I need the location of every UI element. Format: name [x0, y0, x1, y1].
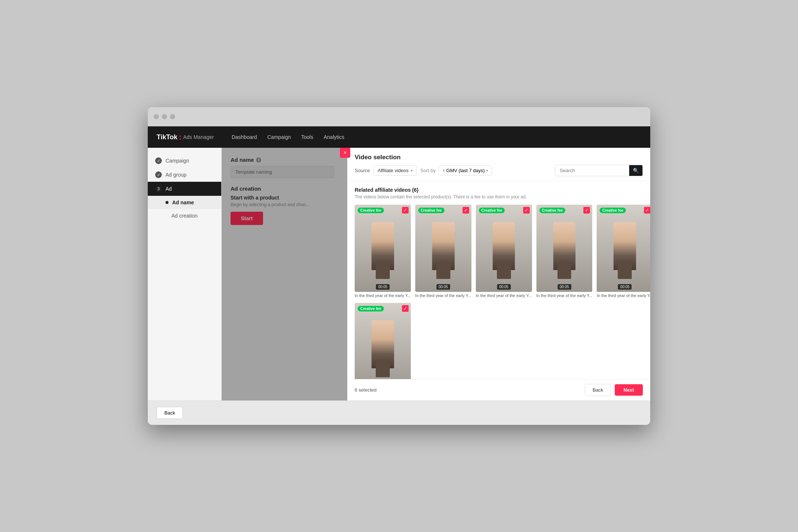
- creative-fee-badge-3: Creative fee: [479, 208, 505, 213]
- video-checkbox-2[interactable]: ✓: [463, 207, 469, 214]
- modal-back-button[interactable]: Back: [585, 384, 611, 396]
- chevron-down-icon: ▾: [411, 168, 413, 173]
- modal-footer: 6 selected Back Next: [347, 379, 650, 400]
- video-thumb-5: Creative fee ✓ 00:05: [597, 205, 650, 292]
- video-card-3[interactable]: Creative fee ✓ 00:05 In the third year o…: [476, 205, 532, 298]
- nav-analytics[interactable]: Analytics: [324, 133, 344, 141]
- sidebar-item-adname[interactable]: Ad name: [148, 196, 221, 209]
- logo-sub: Ads Manager: [183, 134, 214, 140]
- video-card-1[interactable]: Creative fee ✓ 00:05 In the third year o…: [355, 205, 411, 298]
- modal-title: Video selection: [355, 154, 643, 161]
- browser-minimize-btn[interactable]: [162, 114, 167, 119]
- video-checkbox-5[interactable]: ✓: [644, 207, 650, 214]
- adgroup-check-icon: ✓: [155, 171, 162, 178]
- nav-links: Dashboard Campaign Tools Analytics: [232, 133, 344, 141]
- modal-close-button[interactable]: ×: [340, 148, 350, 158]
- sidebar-item-campaign[interactable]: ✓ Campaign: [148, 154, 221, 168]
- bottom-nav: Back: [148, 400, 650, 425]
- creative-fee-badge-6: Creative fee: [358, 306, 384, 311]
- logo: TikTok: Ads Manager: [157, 132, 214, 142]
- sort-label: Sort by: [420, 168, 436, 173]
- modal-next-button[interactable]: Next: [615, 384, 643, 396]
- sidebar-campaign-label: Campaign: [166, 158, 189, 164]
- content-area: Ad name i Template naming Ad creation St…: [222, 148, 650, 400]
- video-checkbox-3[interactable]: ✓: [523, 207, 530, 214]
- source-dropdown[interactable]: Affiliate videos ▾: [374, 166, 417, 175]
- adname-dot-icon: [166, 201, 168, 204]
- browser-close-btn[interactable]: [154, 114, 159, 119]
- nav-tools[interactable]: Tools: [301, 133, 313, 141]
- source-row: Source Affiliate videos ▾ Sort by ↑ GMV …: [355, 166, 492, 175]
- video-thumb-4: Creative fee ✓ 00:05: [536, 205, 593, 292]
- video-duration-3: 00:05: [497, 284, 511, 290]
- search-box: 🔍: [555, 165, 643, 176]
- video-card-6[interactable]: Creative fee ✓ 00:05 In the third year o…: [355, 303, 411, 379]
- search-input[interactable]: [555, 166, 629, 175]
- creative-fee-badge-2: Creative fee: [418, 208, 444, 213]
- creative-fee-badge-5: Creative fee: [600, 208, 626, 213]
- browser-maximize-btn[interactable]: [170, 114, 175, 119]
- video-card-4[interactable]: Creative fee ✓ 00:05 In the third year o…: [536, 205, 593, 298]
- video-caption-5: In the third year of the early Y...: [597, 293, 650, 298]
- video-selection-modal: × Video selection Source Affiliate video…: [347, 148, 650, 400]
- sort-chevron-icon: ▾: [486, 168, 488, 173]
- video-duration-4: 00:05: [557, 284, 571, 290]
- sidebar-item-ad[interactable]: 3 Ad: [148, 182, 221, 196]
- sort-dropdown[interactable]: ↑ GMV (last 7 days) ▾: [439, 166, 492, 175]
- nav-campaign[interactable]: Campaign: [267, 133, 291, 141]
- back-nav-button[interactable]: Back: [157, 407, 183, 419]
- video-duration-1: 00:05: [376, 284, 389, 290]
- source-label: Source: [355, 168, 370, 173]
- video-checkbox-1[interactable]: ✓: [402, 207, 409, 214]
- video-card-2[interactable]: Creative fee ✓ 00:05 In the third year o…: [415, 205, 471, 298]
- sidebar-item-adcreation[interactable]: Ad creation: [148, 209, 221, 222]
- video-caption-3: In the third year of the early Y...: [476, 293, 532, 298]
- sidebar-adcreation-label: Ad creation: [166, 213, 198, 219]
- sidebar-ad-label: Ad: [166, 186, 172, 192]
- browser-chrome: [148, 107, 650, 126]
- ad-number-icon: 3: [155, 185, 162, 192]
- video-thumb-6: Creative fee ✓ 00:05: [355, 303, 411, 379]
- sidebar-adgroup-label: Ad group: [166, 172, 187, 178]
- main-layout: ✓ Campaign ✓ Ad group 3 Ad Ad name Ad cr…: [148, 148, 650, 400]
- related-videos-desc: The videos below contain the selected pr…: [355, 194, 643, 200]
- sort-value: ↑ GMV (last 7 days): [443, 168, 485, 173]
- video-caption-4: In the third year of the early Y...: [536, 293, 593, 298]
- modal-body: Related affiliate videos (6) The videos …: [347, 181, 650, 379]
- video-thumb-3: Creative fee ✓ 00:05: [476, 205, 532, 292]
- modal-header: Video selection Source Affiliate videos …: [347, 148, 650, 181]
- modal-toolbar: Source Affiliate videos ▾ Sort by ↑ GMV …: [355, 165, 643, 176]
- logo-tiktok: TikTok: [157, 133, 177, 141]
- sort-row: Sort by ↑ GMV (last 7 days) ▾: [420, 166, 492, 175]
- video-duration-2: 00:05: [436, 284, 450, 290]
- video-duration-5: 00:05: [618, 284, 632, 290]
- selected-count: 6 selected: [355, 387, 376, 393]
- campaign-check-icon: ✓: [155, 157, 162, 164]
- search-button[interactable]: 🔍: [629, 165, 642, 176]
- footer-actions: Back Next: [585, 384, 643, 396]
- creative-fee-badge-4: Creative fee: [539, 208, 566, 213]
- sidebar-adname-label: Ad name: [172, 200, 194, 205]
- video-grid-row1: Creative fee ✓ 00:05 In the third year o…: [355, 205, 643, 298]
- logo-colon: :: [179, 132, 181, 142]
- browser-window: TikTok: Ads Manager Dashboard Campaign T…: [148, 107, 650, 425]
- video-checkbox-6[interactable]: ✓: [402, 305, 409, 312]
- video-thumb-2: Creative fee ✓ 00:05: [415, 205, 471, 292]
- creative-fee-badge-1: Creative fee: [358, 208, 384, 213]
- nav-dashboard[interactable]: Dashboard: [232, 133, 257, 141]
- video-grid-row2: Creative fee ✓ 00:05 In the third year o…: [355, 303, 643, 379]
- video-caption-1: In the third year of the early Y...: [355, 293, 411, 298]
- video-card-5[interactable]: Creative fee ✓ 00:05 In the third year o…: [597, 205, 650, 298]
- video-checkbox-4[interactable]: ✓: [583, 207, 590, 214]
- video-caption-2: In the third year of the early Y...: [415, 293, 471, 298]
- sidebar-item-adgroup[interactable]: ✓ Ad group: [148, 168, 221, 182]
- top-nav: TikTok: Ads Manager Dashboard Campaign T…: [148, 126, 650, 148]
- sidebar: ✓ Campaign ✓ Ad group 3 Ad Ad name Ad cr…: [148, 148, 222, 400]
- video-thumb-1: Creative fee ✓ 00:05: [355, 205, 411, 292]
- source-value: Affiliate videos: [378, 168, 409, 173]
- related-videos-title: Related affiliate videos (6): [355, 187, 643, 193]
- app-container: TikTok: Ads Manager Dashboard Campaign T…: [148, 126, 650, 425]
